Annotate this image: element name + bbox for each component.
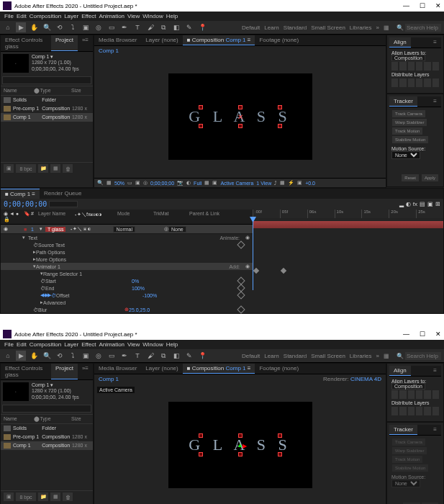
workspace-grid-icon[interactable]: ▦ [384,353,389,359]
menu-view[interactable]: View [127,13,140,19]
anchor-point-icon[interactable]: ✕ [237,113,243,121]
col-name[interactable]: Name [4,88,34,94]
brush-tool-icon[interactable]: 🖌 [145,351,155,361]
maximize-icon[interactable]: ☐ [420,330,425,338]
dist-bottom-icon[interactable] [408,78,414,87]
workspace-small[interactable]: Small Screen [311,353,345,359]
tab-project[interactable]: Project [51,364,78,379]
workspace-default[interactable]: Default [242,24,260,31]
menu-file[interactable]: File [4,341,14,348]
home-icon[interactable]: ⌂ [3,22,13,32]
stopwatch-icon[interactable]: ⏱ [33,307,38,312]
selection-tool-icon[interactable]: ▶ [16,22,26,32]
puppet-tool-icon[interactable]: 📍 [197,351,207,361]
panel-menu-icon[interactable]: »≡ [78,364,93,379]
safe-icon[interactable]: ▣ [135,180,140,186]
transform-handle[interactable] [199,105,203,109]
transform-handle[interactable] [238,452,243,456]
close-icon[interactable]: ✕ [435,330,441,338]
workspace-more-icon[interactable]: » [376,353,379,359]
motion-source-dropdown[interactable]: None [391,151,420,159]
comp-render[interactable]: G L A S S ✕ [168,73,312,160]
menu-effect[interactable]: Effect [81,341,96,348]
orbit-tool-icon[interactable]: ⟲ [55,22,65,32]
snapshot-icon[interactable]: 📷 [177,180,184,186]
project-row-precomp[interactable]: Pre-comp 1Composition1280 x [1,433,93,441]
transform-handle[interactable] [278,433,282,438]
blur-toggle-icon[interactable]: ◐ [406,201,411,207]
dist-left-icon[interactable] [416,78,422,87]
minimize-icon[interactable]: — [403,2,409,9]
stopwatch-icon[interactable]: ⏱ [51,293,56,298]
tab-media-browser[interactable]: Media Browser [94,35,141,45]
menu-animation[interactable]: Animation [99,13,124,19]
col-size[interactable]: Size [71,88,90,94]
keyframe-icon[interactable] [253,268,259,274]
brush-tool-icon[interactable]: 🖌 [145,22,155,32]
renderer-dropdown[interactable]: CINEMA 4D [350,376,381,382]
trash-icon[interactable]: 🗑 [63,492,73,501]
keyframe-nav[interactable] [237,305,245,313]
anchor-tool-icon[interactable]: ◎ [94,22,104,32]
playhead[interactable] [253,218,253,290]
animate-menu-icon[interactable]: ◉ [245,235,250,240]
search-help-input[interactable] [405,352,441,360]
camera-tool-icon[interactable]: ▣ [81,351,91,361]
home-icon[interactable]: ⌂ [3,351,13,361]
timeline-tab-render-queue[interactable]: Render Queue [40,189,86,199]
orbit-tool-icon[interactable]: ⟲ [55,351,65,361]
tab-footage-none[interactable]: Footage (none) [255,35,303,45]
magnify-icon[interactable]: 🔍 [97,180,104,186]
eraser-tool-icon[interactable]: ◧ [171,22,181,32]
project-row-comp1[interactable]: Comp 1 Composition 1280 x [1,113,93,122]
align-tab[interactable]: Align [389,366,411,376]
hand-tool-icon[interactable]: ✋ [29,351,39,361]
pixel-icon[interactable]: ▦ [280,180,285,186]
menu-effect[interactable]: Effect [81,13,96,19]
align-top-icon[interactable] [416,62,422,71]
prop-text[interactable]: ▾TextAnimate:◉ [1,234,253,241]
layer-name-text[interactable]: T glass [45,227,65,232]
tab-layer-none[interactable]: Layer (none) [141,364,182,374]
channel-icon[interactable]: ◐ [186,180,191,186]
transform-handle[interactable] [199,452,203,456]
workspace-libraries[interactable]: Libraries [350,353,372,359]
close-icon[interactable]: ✕ [435,2,441,9]
comp-render[interactable]: G L A S S ▲ ▶ [168,402,312,488]
timeline-ruler[interactable]: :00f05f06s10s15s20s25s [253,210,443,218]
viewer-breadcrumb[interactable]: Comp 1 [94,46,386,55]
transform-handle[interactable] [199,124,203,128]
dist-hcenter-icon[interactable] [424,78,430,87]
trash-icon[interactable]: 🗑 [63,164,73,173]
project-selected-name[interactable]: Comp 1 ▾ [32,54,79,60]
align-left-icon[interactable] [391,62,398,71]
align-vcenter-icon[interactable] [424,62,430,71]
menu-window[interactable]: Window [142,341,163,348]
workspace-default[interactable]: Default [242,353,260,359]
apply-button[interactable]: Apply [422,174,438,181]
keyframe-nav[interactable] [237,240,245,248]
prop-advanced[interactable]: ▸Advanced [1,299,253,306]
stopwatch-icon[interactable]: ⏱ [33,243,38,248]
add-menu-icon[interactable]: ◉ [245,264,250,269]
shy-toggle-icon[interactable]: ▂ [399,201,404,207]
transform-handle[interactable] [238,124,243,128]
menu-window[interactable]: Window [142,13,163,19]
workspace-learn[interactable]: Learn [264,24,278,31]
panel-menu-icon[interactable]: ≡ [429,37,441,48]
menu-layer[interactable]: Layer [64,341,78,348]
eraser-tool-icon[interactable]: ◧ [171,351,181,361]
dist-top-icon[interactable] [391,78,398,87]
reset-button[interactable]: Reset [402,174,419,181]
timeline-tab-comp1[interactable]: ■ Comp 1 ≡ [1,189,40,199]
zoom-tool-icon[interactable]: 🔍 [42,351,52,361]
col-type[interactable]: Type [40,88,71,94]
hand-tool-icon[interactable]: ✋ [29,22,39,32]
layer-row-glass[interactable]: ◉ ■ 1 ▾ T glass ⬩✦＼ ▣ ◐ Normal ◎ None [1,225,253,234]
layer-bar[interactable] [253,221,443,228]
keyframe-nav[interactable] [237,291,245,299]
zoom-dropdown[interactable]: 50% [114,181,124,186]
bpc-button[interactable]: 8 bpc [16,164,36,173]
view-dropdown[interactable]: Active Camera [220,181,253,186]
prop-end[interactable]: ⏱End100% [1,284,253,292]
